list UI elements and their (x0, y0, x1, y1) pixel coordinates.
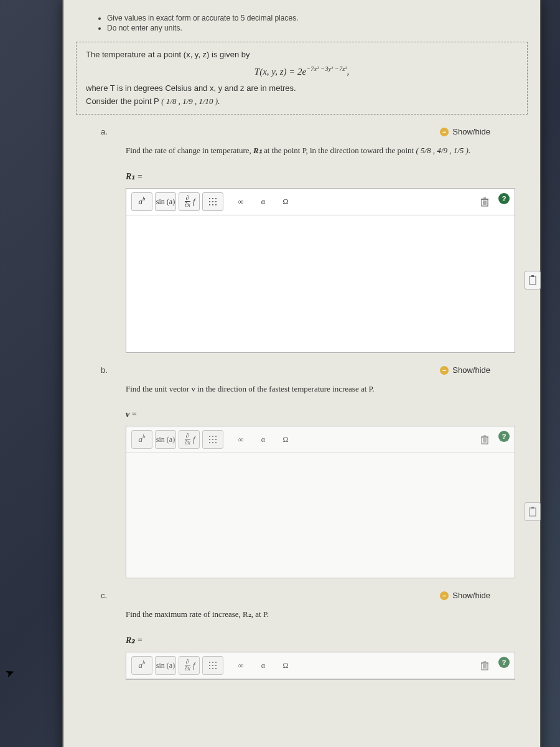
answer-label-b: v = (126, 410, 515, 420)
ab-b: b (142, 195, 146, 202)
p-den: ∂x (184, 665, 192, 673)
showhide-toggle[interactable]: − Show/hide (440, 127, 490, 136)
q-pre: Find the rate of change in temperature, (126, 146, 253, 155)
point-p: ( 1/8 , 1/9 , 1/10 ). (161, 96, 220, 106)
part-b-header: b. − Show/hide (101, 365, 528, 375)
p-den: ∂x (184, 202, 192, 209)
editor-input-a[interactable] (126, 215, 515, 352)
sin-button[interactable]: sin (a) (155, 192, 176, 211)
problem-statement: The temperature at a point (x, y, z) is … (76, 42, 528, 115)
infinity-button[interactable]: ∞ (231, 193, 251, 210)
sin-button[interactable]: sin (a) (155, 656, 176, 675)
part-b-question: Find the unit vector v in the direction … (126, 384, 515, 394)
answer-label-c: R₂ = (126, 635, 515, 646)
showhide-toggle[interactable]: − Show/hide (440, 591, 490, 600)
dots-icon (209, 662, 217, 670)
sin-button[interactable]: sin (a) (155, 430, 176, 449)
page-content: Give values in exact form or accurate to… (62, 0, 541, 747)
superscript-button[interactable]: ab (131, 430, 152, 449)
infinity-button[interactable]: ∞ (231, 431, 251, 448)
problem-intro: The temperature at a point (x, y, z) is … (86, 50, 518, 59)
matrix-button[interactable] (202, 656, 223, 675)
svg-rect-15 (531, 507, 534, 509)
cursor-arrow-icon: ➤ (3, 665, 17, 681)
p-f: f (193, 661, 195, 670)
trash-icon (480, 196, 490, 207)
minus-icon: − (440, 366, 449, 375)
editor-input-b[interactable] (126, 453, 515, 578)
omega-button[interactable]: Ω (276, 431, 296, 448)
p-f: f (193, 435, 195, 444)
q-mid: at the point P, in the direction toward … (262, 146, 416, 155)
formula-exponent: −7x² −3y² −7z² (306, 65, 347, 72)
partial-button[interactable]: ∂∂x f (179, 430, 200, 449)
alpha-button[interactable]: α (253, 431, 273, 448)
part-c: c. − Show/hide Find the maximum rate of … (76, 591, 528, 680)
part-a: a. − Show/hide Find the rate of change i… (76, 127, 528, 353)
q-r1: R₁ (253, 146, 262, 155)
equation-editor-b: ab sin (a) ∂∂x f ∞ α Ω (126, 426, 515, 578)
part-c-question: Find the maximum rate of increase, R₂, a… (126, 609, 515, 619)
part-b-body: Find the unit vector v in the direction … (126, 384, 515, 578)
showhide-toggle[interactable]: − Show/hide (440, 365, 490, 375)
part-c-body: Find the maximum rate of increase, R₂, a… (126, 609, 515, 680)
help-button[interactable]: ? (498, 431, 510, 442)
ab-b: b (142, 433, 146, 439)
part-c-label: c. (101, 591, 119, 600)
q-target: ( 5/8 , 4/9 , 1/5 ). (416, 146, 470, 155)
instruction-item: Give values in exact form or accurate to… (107, 14, 528, 22)
dots-icon (209, 198, 217, 206)
p-f: f (193, 197, 195, 207)
delete-button[interactable] (475, 193, 495, 210)
alpha-button[interactable]: α (253, 657, 273, 674)
formula-end: , (347, 67, 349, 77)
superscript-button[interactable]: ab (131, 656, 152, 675)
consider-text: Consider the point P (86, 96, 159, 106)
instructions-list: Give values in exact form or accurate to… (76, 14, 528, 32)
superscript-button[interactable]: ab (131, 192, 152, 211)
omega-button[interactable]: Ω (276, 657, 296, 674)
problem-consider: Consider the point P ( 1/8 , 1/9 , 1/10 … (86, 96, 518, 106)
help-button[interactable]: ? (498, 657, 510, 668)
ab-b: b (142, 659, 146, 665)
part-b-label: b. (101, 365, 119, 375)
part-a-question: Find the rate of change in temperature, … (126, 146, 515, 156)
equation-editor-a: ab sin (a) ∂∂x f ∞ α Ω (126, 188, 515, 353)
infinity-button[interactable]: ∞ (231, 657, 251, 674)
showhide-text: Show/hide (452, 591, 490, 600)
clipboard-button[interactable] (525, 271, 541, 289)
p-den: ∂x (184, 439, 192, 447)
partial-button[interactable]: ∂∂x f (179, 656, 200, 675)
part-a-header: a. − Show/hide (101, 127, 528, 136)
minus-icon: − (440, 591, 449, 600)
clipboard-icon (528, 507, 537, 517)
trash-icon (480, 660, 490, 671)
svg-rect-14 (530, 508, 536, 516)
delete-button[interactable] (475, 431, 495, 448)
intro-text: The temperature at a point (x, y, z) is … (86, 50, 250, 59)
clipboard-icon (528, 275, 537, 285)
toolbar-c: ab sin (a) ∂∂x f ∞ α Ω (126, 652, 515, 679)
part-a-label: a. (101, 127, 119, 136)
svg-rect-7 (531, 275, 534, 277)
showhide-text: Show/hide (452, 127, 490, 136)
toolbar-a: ab sin (a) ∂∂x f ∞ α Ω (126, 189, 515, 215)
matrix-button[interactable] (202, 430, 223, 449)
dots-icon (209, 436, 217, 444)
equation-editor-c: ab sin (a) ∂∂x f ∞ α Ω (126, 652, 515, 680)
answer-label-a: R₁ = (126, 171, 515, 182)
trash-icon (480, 434, 490, 445)
alpha-button[interactable]: α (253, 193, 273, 210)
part-a-body: Find the rate of change in temperature, … (126, 146, 515, 353)
help-button[interactable]: ? (498, 193, 510, 204)
p-num: ∂ (185, 195, 190, 202)
delete-button[interactable] (475, 657, 495, 674)
formula-lhs: T(x, y, z) = 2e (254, 67, 306, 77)
matrix-button[interactable] (202, 192, 223, 211)
clipboard-button[interactable] (525, 502, 541, 521)
minus-icon: − (440, 128, 449, 136)
omega-button[interactable]: Ω (276, 193, 296, 210)
showhide-text: Show/hide (452, 365, 490, 375)
partial-button[interactable]: ∂∂x f (179, 192, 200, 211)
part-b: b. − Show/hide Find the unit vector v in… (76, 365, 528, 578)
